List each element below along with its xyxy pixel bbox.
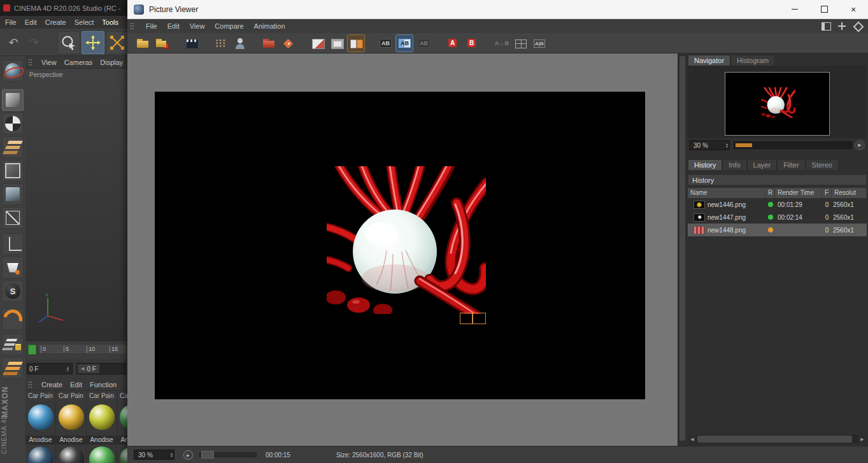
tab-histogram[interactable]: Histogram [730, 55, 775, 66]
grid-view-button[interactable] [512, 35, 529, 52]
ab-grid-button[interactable] [531, 35, 548, 52]
tab-filter[interactable]: Filter [777, 159, 805, 170]
material-item[interactable] [117, 445, 127, 463]
image-canvas[interactable] [127, 53, 678, 446]
vertical-scrollbar-thumb[interactable] [679, 56, 685, 441]
material-layer-tab[interactable]: Car Pain [25, 391, 56, 401]
render-button[interactable] [183, 35, 200, 52]
pin-diamond-icon[interactable] [853, 21, 863, 31]
scale-tool-button[interactable] [106, 31, 129, 54]
material-sphere[interactable] [28, 404, 53, 430]
scroll-right-icon[interactable]: ▶ [858, 437, 867, 442]
red-folder-button[interactable] [261, 35, 278, 52]
pv-menu-edit[interactable]: Edit [167, 22, 180, 30]
column-name[interactable]: Name [688, 188, 765, 198]
rendered-image[interactable] [155, 92, 645, 399]
perspective-viewport[interactable]: Perspective Y [25, 69, 127, 341]
move-tool-button[interactable] [82, 31, 104, 54]
save-button[interactable] [154, 35, 171, 52]
checker-sphere-icon[interactable] [2, 113, 24, 134]
material-item[interactable] [56, 445, 87, 463]
timeline-ruler[interactable]: 0 5 10 15 [38, 344, 127, 354]
table-row[interactable]: new1446.png 00:01:29 0 2560x1 [688, 198, 867, 211]
pv-titlebar[interactable]: Picture Viewer × [127, 0, 868, 19]
paint-bucket-icon[interactable] [2, 257, 24, 278]
stepper-arrows-icon[interactable] [170, 452, 173, 457]
compare-ab-split-button[interactable] [396, 35, 413, 52]
timeline[interactable]: 0 5 10 15 [25, 341, 127, 359]
panel-grip-icon[interactable] [130, 22, 134, 30]
material-sphere[interactable] [120, 404, 127, 430]
full-image-view-button[interactable] [309, 35, 326, 52]
set-a-button[interactable] [445, 35, 461, 52]
undo-button[interactable]: ↶ [4, 33, 23, 52]
locked-layers-icon[interactable] [2, 334, 24, 355]
stepper-arrows-icon[interactable] [725, 143, 729, 148]
live-selection-button[interactable] [57, 31, 80, 54]
cube-tool-icon[interactable] [2, 89, 24, 111]
pv-menu-file[interactable]: File [146, 22, 157, 30]
axis-icon[interactable] [2, 233, 24, 255]
material-item[interactable]: Anodise [56, 401, 87, 445]
material-menu-create[interactable]: Create [41, 381, 62, 388]
maximize-button[interactable] [809, 0, 839, 18]
column-f[interactable]: F [822, 188, 832, 198]
globe-icon[interactable] [2, 60, 24, 82]
navigator-zoom-slider[interactable] [734, 141, 852, 149]
vertical-scrollbar[interactable] [678, 53, 687, 446]
material-sphere[interactable] [59, 404, 84, 430]
stepper-arrows-icon[interactable] [66, 366, 69, 371]
current-frame-field[interactable]: 0 F [27, 363, 73, 374]
viewport-menu-view[interactable]: View [41, 59, 57, 66]
material-item[interactable]: Anodise [25, 401, 56, 445]
panel-grip-icon[interactable] [28, 59, 32, 66]
c4d-menu-create[interactable]: Create [45, 18, 66, 26]
material-layer-tab[interactable]: Car Pain [87, 391, 117, 401]
timeline-current-frame-marker[interactable] [28, 345, 36, 355]
material-sphere[interactable] [59, 446, 84, 463]
compare-ab-off-button[interactable] [415, 35, 432, 52]
tab-layer[interactable]: Layer [747, 159, 778, 170]
c4d-menu-edit[interactable]: Edit [25, 18, 37, 26]
frame-slider-handle[interactable]: ◀ 0 F [78, 364, 99, 373]
viewport-menu-display[interactable]: Display [100, 59, 123, 66]
playback-slider[interactable] [199, 452, 257, 457]
material-menu-function[interactable]: Function [90, 381, 117, 388]
dual-image-view-button[interactable] [348, 35, 364, 52]
wireframe-cube-icon[interactable] [2, 207, 24, 229]
layout-grid-button[interactable] [213, 35, 229, 52]
material-sphere[interactable] [120, 446, 127, 463]
set-b-button[interactable] [464, 35, 480, 52]
redo-button[interactable]: ↷ [24, 33, 43, 52]
framed-image-view-button[interactable] [329, 35, 345, 52]
pv-menu-compare[interactable]: Compare [215, 22, 243, 30]
material-item[interactable] [25, 445, 56, 463]
material-menu-edit[interactable]: Edit [70, 381, 82, 388]
swap-ab-button[interactable] [493, 35, 509, 52]
corner-cube-icon[interactable] [2, 160, 24, 182]
color-picker-button[interactable] [232, 35, 248, 52]
material-sphere[interactable] [28, 446, 53, 463]
material-item[interactable]: Anodise [87, 401, 117, 445]
play-button[interactable]: ▶ [183, 450, 193, 460]
navigator-thumbnail[interactable] [725, 72, 830, 136]
c4d-menu-tools[interactable]: Tools [102, 18, 118, 26]
column-render-time[interactable]: Render Time [775, 188, 822, 198]
material-layer-tab[interactable]: Car Pain [117, 391, 127, 401]
pv-menu-view[interactable]: View [190, 22, 205, 30]
material-item[interactable] [87, 445, 117, 463]
material-sphere[interactable] [89, 404, 115, 430]
horizontal-scrollbar-thumb[interactable] [697, 436, 852, 443]
tab-history[interactable]: History [688, 159, 722, 170]
close-button[interactable]: × [839, 0, 868, 18]
column-r[interactable]: R [765, 188, 775, 198]
layout-columns-icon[interactable] [821, 21, 831, 31]
tab-stereo[interactable]: Stereo [806, 159, 839, 170]
panel-grip-icon[interactable] [28, 381, 32, 388]
c4d-menu-file[interactable]: File [5, 18, 17, 26]
tab-navigator[interactable]: Navigator [688, 55, 730, 66]
tag-button[interactable] [280, 35, 297, 52]
layers-icon[interactable] [2, 136, 24, 158]
solid-cube-icon[interactable] [2, 183, 24, 205]
pv-menu-animation[interactable]: Animation [254, 22, 285, 30]
